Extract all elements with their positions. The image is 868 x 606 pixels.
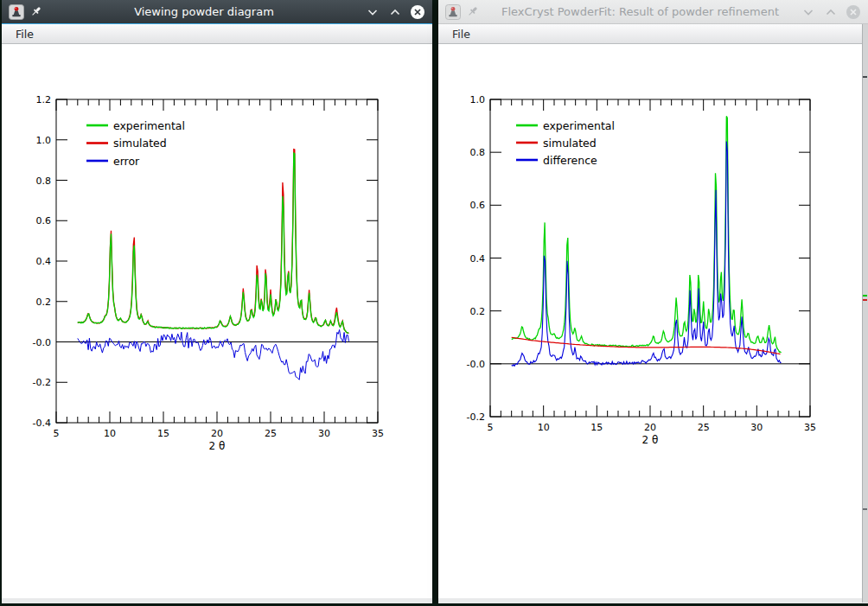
minimize-button[interactable] [363,3,382,22]
flexcryst-app-icon[interactable] [444,3,463,22]
maximize-button[interactable] [821,3,840,22]
svg-text:2 θ: 2 θ [209,440,226,452]
svg-text:20: 20 [211,428,223,439]
pin-icon[interactable] [463,3,482,22]
powderfit-result-chart: 51015202530351.00.80.60.40.2-0.0-0.22 θe… [438,44,866,597]
powder-diagram-chart: 51015202530351.21.00.80.60.40.2-0.0-0.2-… [2,44,431,597]
maximize-button[interactable] [386,3,405,22]
svg-text:0.8: 0.8 [36,175,52,187]
svg-text:1.0: 1.0 [470,94,486,105]
window-content-left: 51015202530351.21.00.80.60.40.2-0.0-0.2-… [2,44,432,603]
pin-icon[interactable] [26,3,45,22]
svg-text:0.2: 0.2 [470,306,486,317]
menu-file[interactable]: File [9,26,41,42]
svg-text:10: 10 [104,428,116,439]
svg-text:0.6: 0.6 [36,215,52,226]
svg-text:-0.0: -0.0 [467,359,485,370]
svg-text:0.8: 0.8 [470,147,486,158]
svg-text:10: 10 [538,422,550,433]
svg-text:simulated: simulated [113,137,167,150]
svg-text:15: 15 [157,428,169,439]
sliver-legend-green [863,295,867,297]
svg-text:difference: difference [543,154,597,167]
svg-text:0.4: 0.4 [470,253,486,265]
menubar-left: File [2,24,432,44]
svg-text:-0.4: -0.4 [33,418,51,429]
svg-text:15: 15 [590,422,603,433]
titlebar-right[interactable]: FlexCryst PowderFit: Result of powder re… [438,0,868,24]
window-title: Viewing powder diagram [54,5,354,18]
svg-text:1.0: 1.0 [36,135,52,146]
svg-text:30: 30 [750,422,763,433]
close-button[interactable] [844,3,863,22]
svg-text:experimental: experimental [543,119,615,132]
svg-text:-0.0: -0.0 [33,337,51,348]
svg-text:simulated: simulated [543,137,597,150]
window-title: FlexCryst PowderFit: Result of powder re… [490,5,790,18]
svg-text:20: 20 [644,422,656,433]
flexcryst-app-icon[interactable] [7,3,26,22]
sliver-legend-red [863,299,867,301]
svg-text:0.6: 0.6 [470,200,486,211]
svg-text:1.2: 1.2 [36,94,52,105]
menubar-right: File [438,24,868,44]
svg-text:0.2: 0.2 [36,297,52,308]
svg-text:2 θ: 2 θ [642,434,659,446]
background-window-sliver [862,24,868,603]
svg-text:25: 25 [698,422,710,433]
svg-text:error: error [113,155,140,168]
window-content-right: 51015202530351.00.80.60.40.2-0.0-0.22 θe… [438,44,868,603]
window-viewing-powder-diagram: Viewing powder diagram File 510152025303… [2,0,432,603]
svg-text:-0.2: -0.2 [33,377,51,388]
svg-text:35: 35 [372,428,384,439]
sliver-tick [863,76,867,78]
svg-text:25: 25 [265,428,277,439]
close-button[interactable] [408,3,427,22]
svg-text:35: 35 [804,422,816,433]
titlebar-left[interactable]: Viewing powder diagram [2,0,432,24]
svg-text:5: 5 [488,422,494,433]
svg-text:5: 5 [54,428,60,439]
svg-text:30: 30 [318,428,330,439]
minimize-button[interactable] [799,3,818,22]
svg-text:0.4: 0.4 [36,256,52,267]
sliver-tick [863,508,867,510]
svg-text:experimental: experimental [113,119,185,132]
window-powderfit-result: FlexCryst PowderFit: Result of powder re… [438,0,868,603]
menu-file[interactable]: File [445,26,477,42]
svg-text:-0.2: -0.2 [467,411,485,423]
